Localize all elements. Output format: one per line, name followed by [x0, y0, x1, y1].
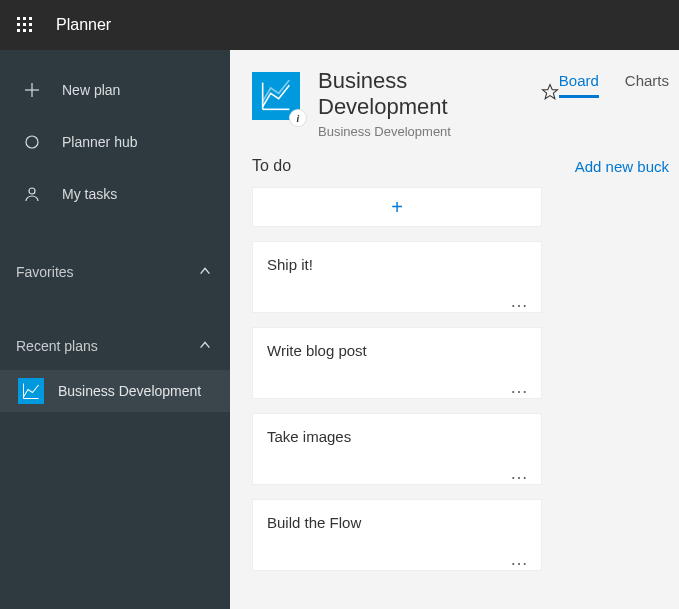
task-card[interactable]: Build the Flow …	[252, 499, 542, 571]
chevron-up-icon	[198, 264, 212, 281]
plan-subtitle: Business Development	[318, 124, 559, 139]
tab-board[interactable]: Board	[559, 72, 599, 98]
circle-icon	[24, 134, 48, 150]
svg-marker-17	[542, 85, 557, 99]
app-launcher-icon[interactable]	[0, 0, 50, 50]
plan-header: i Business Development Business Developm…	[230, 50, 679, 157]
view-tabs: Board Charts	[559, 72, 679, 98]
favorites-label: Favorites	[16, 264, 74, 280]
task-card[interactable]: Write blog post …	[252, 327, 542, 399]
add-task-button[interactable]: +	[252, 187, 542, 227]
recent-plans-section-header[interactable]: Recent plans	[0, 322, 230, 370]
task-title: Build the Flow	[267, 514, 527, 531]
person-icon	[24, 186, 48, 202]
svg-point-11	[26, 136, 38, 148]
plus-icon	[24, 82, 48, 98]
chevron-up-icon	[198, 338, 212, 355]
task-menu-icon[interactable]: …	[510, 470, 529, 476]
task-title: Ship it!	[267, 256, 527, 273]
plus-icon: +	[391, 196, 403, 219]
svg-point-12	[29, 188, 35, 194]
bucket-title: To do	[252, 157, 291, 175]
app-title: Planner	[56, 16, 111, 34]
favorite-star-icon[interactable]	[541, 83, 559, 105]
recent-plans-label: Recent plans	[16, 338, 98, 354]
board-area: To do Add new buck + Ship it! … Write bl…	[230, 157, 679, 609]
svg-rect-5	[29, 23, 32, 26]
suite-header: Planner	[0, 0, 679, 50]
svg-rect-7	[23, 29, 26, 32]
svg-rect-2	[29, 17, 32, 20]
task-menu-icon[interactable]: …	[510, 298, 529, 304]
planner-hub-label: Planner hub	[62, 134, 138, 150]
svg-rect-4	[23, 23, 26, 26]
bucket-column: + Ship it! … Write blog post … Take imag…	[252, 187, 542, 571]
plan-tile-icon	[18, 378, 44, 404]
task-menu-icon[interactable]: …	[510, 556, 529, 562]
info-badge-icon[interactable]: i	[290, 110, 306, 126]
svg-rect-6	[17, 29, 20, 32]
my-tasks-button[interactable]: My tasks	[0, 168, 230, 220]
plan-icon: i	[252, 72, 300, 120]
favorites-section-header[interactable]: Favorites	[0, 248, 230, 296]
planner-hub-button[interactable]: Planner hub	[0, 116, 230, 168]
svg-rect-8	[29, 29, 32, 32]
svg-rect-0	[17, 17, 20, 20]
add-bucket-button[interactable]: Add new buck	[575, 158, 669, 175]
tab-charts[interactable]: Charts	[625, 72, 669, 98]
task-title: Write blog post	[267, 342, 527, 359]
task-menu-icon[interactable]: …	[510, 384, 529, 390]
new-plan-label: New plan	[62, 82, 120, 98]
task-card[interactable]: Take images …	[252, 413, 542, 485]
recent-plan-item[interactable]: Business Development	[0, 370, 230, 412]
main-area: i Business Development Business Developm…	[230, 50, 679, 609]
my-tasks-label: My tasks	[62, 186, 117, 202]
recent-plan-label: Business Development	[58, 383, 201, 399]
svg-rect-3	[17, 23, 20, 26]
svg-rect-1	[23, 17, 26, 20]
task-title: Take images	[267, 428, 527, 445]
sidebar: New plan Planner hub	[0, 50, 230, 609]
task-card[interactable]: Ship it! …	[252, 241, 542, 313]
new-plan-button[interactable]: New plan	[0, 64, 230, 116]
plan-title: Business Development	[318, 68, 533, 120]
